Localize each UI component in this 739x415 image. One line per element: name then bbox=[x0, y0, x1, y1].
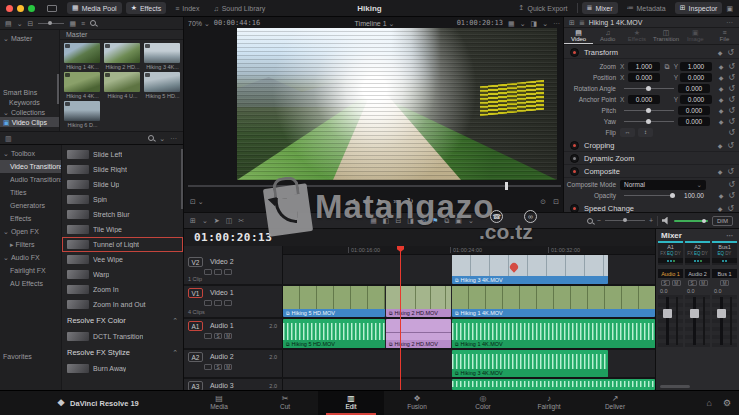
reset-icon[interactable]: ↺ bbox=[728, 84, 735, 93]
timeline-ruler[interactable]: 01:00:16:00 01:00:24:00 01:00:32:00 bbox=[283, 246, 655, 255]
page-color[interactable]: ◎Color bbox=[450, 391, 516, 415]
fader-bus1[interactable] bbox=[712, 295, 737, 347]
play-reverse-button[interactable]: ◀ bbox=[349, 197, 355, 206]
marker-icon[interactable]: ▣ bbox=[455, 217, 462, 224]
mute-track-button[interactable]: M bbox=[224, 364, 232, 370]
reset-icon[interactable]: ↺ bbox=[728, 95, 735, 104]
close-window-button[interactable] bbox=[6, 5, 13, 12]
fx-tree-au-effects[interactable]: AU Effects bbox=[0, 277, 61, 290]
reset-icon[interactable]: ↺ bbox=[728, 180, 735, 189]
quick-export-button[interactable]: ↥ Quick Export bbox=[514, 2, 573, 14]
monitor-volume-slider[interactable] bbox=[674, 220, 708, 222]
mixer-toggle[interactable]: ≣ Mixer bbox=[582, 2, 618, 14]
fx-tree-effects[interactable]: Effects bbox=[0, 212, 61, 225]
link-xy-icon[interactable]: ⧉ bbox=[662, 63, 672, 71]
page-fusion[interactable]: ❖Fusion bbox=[384, 391, 450, 415]
mute-button[interactable]: M bbox=[699, 280, 708, 286]
thumbnail-size-slider[interactable] bbox=[38, 23, 64, 24]
fader-handle[interactable] bbox=[663, 309, 672, 318]
tab-file[interactable]: ≡File bbox=[710, 28, 739, 44]
transition-item-selected[interactable]: Tunnel of Light bbox=[62, 237, 183, 252]
media-pool-toggle[interactable]: ▦ Media Pool bbox=[67, 2, 122, 14]
options-menu-icon[interactable]: ⋯ bbox=[170, 135, 178, 142]
clip-hiking5-audio[interactable]: ⧉Hiking 5 HD.MOV bbox=[283, 319, 385, 348]
clip-hiking3-video[interactable]: ⧉Hiking 3 4K.MOV bbox=[452, 255, 608, 284]
mute-button[interactable]: M bbox=[720, 280, 729, 286]
keyframe-icon[interactable]: ◆ bbox=[719, 192, 724, 199]
zoom-y-field[interactable]: 1.000 bbox=[680, 62, 712, 71]
auto-select-icon[interactable] bbox=[224, 300, 232, 306]
tree-scrollbar[interactable] bbox=[57, 74, 59, 104]
checkbox-icon[interactable]: ▣ bbox=[726, 5, 733, 12]
clip-hiking5-video[interactable]: ⧉Hiking 5 HD.MOV bbox=[283, 286, 385, 317]
cropping-section-header[interactable]: Cropping ◆ ↺ bbox=[564, 139, 739, 152]
anchor-y-field[interactable]: 0.000 bbox=[680, 95, 712, 104]
keyframe-icon[interactable]: ◆ bbox=[719, 107, 724, 114]
mixer-options-icon[interactable]: ⋯ bbox=[726, 232, 734, 239]
insert-clip-icon[interactable]: ▦ bbox=[370, 217, 377, 224]
page-fairlight[interactable]: ♪Fairlight bbox=[516, 391, 582, 415]
search-icon[interactable] bbox=[90, 20, 96, 26]
transition-item[interactable]: Zoom In bbox=[62, 282, 183, 297]
lock-track-icon[interactable] bbox=[204, 269, 212, 275]
media-clip[interactable]: Hiking 2 HD... bbox=[104, 43, 141, 70]
media-clip[interactable]: Hiking 6 D... bbox=[64, 101, 101, 128]
index-toggle[interactable]: ≡ Index bbox=[170, 3, 204, 14]
tab-audio[interactable]: ♫Audio bbox=[593, 28, 622, 44]
speed-change-section-header[interactable]: Speed Change ◆ ↺ bbox=[564, 202, 739, 215]
scrubber-handle[interactable] bbox=[505, 182, 508, 190]
clip-list-icon[interactable]: ≣ bbox=[579, 19, 585, 26]
viewer-options-icon[interactable]: ⋯ bbox=[553, 20, 561, 27]
flip-vertical-button[interactable]: ↕ bbox=[638, 128, 653, 137]
chevron-down-icon[interactable]: ⌄ bbox=[159, 135, 165, 142]
solo-track-button[interactable]: S bbox=[214, 364, 222, 370]
inspector-toggle[interactable]: ⊞ Inspector bbox=[675, 2, 723, 14]
clip-hiking2-video[interactable]: ⧉Hiking 2 HD.MOV bbox=[386, 286, 451, 317]
pan-control[interactable] bbox=[685, 258, 710, 263]
fx-tree-titles[interactable]: Titles bbox=[0, 186, 61, 199]
keyframe-icon[interactable]: ◆ bbox=[719, 63, 724, 70]
solo-button[interactable]: S bbox=[661, 280, 670, 286]
track-header-a1[interactable]: A1 Audio 1 2.0 SM bbox=[184, 319, 283, 348]
transition-item[interactable]: Spin bbox=[62, 192, 183, 207]
clip-hiking3-audio[interactable]: ⧉Hiking 3 4K.MOV bbox=[452, 350, 608, 377]
position-x-field[interactable]: 0.000 bbox=[628, 73, 660, 82]
dim-button[interactable]: DIM bbox=[712, 216, 733, 226]
reset-icon[interactable]: ↺ bbox=[728, 117, 735, 126]
timeline-view-options-icon[interactable]: ⊞ bbox=[190, 217, 196, 224]
resolve-fx-color-header[interactable]: Resolve FX Color ⌃ bbox=[62, 312, 183, 329]
transition-item[interactable]: Vee Wipe bbox=[62, 252, 183, 267]
yaw-slider[interactable] bbox=[624, 121, 674, 122]
fx-tree-filters[interactable]: ▸Filters bbox=[0, 238, 61, 251]
fx-tree-video-transitions[interactable]: Video Transitions bbox=[0, 160, 61, 173]
selection-tool-icon[interactable]: ➤ bbox=[214, 217, 220, 224]
media-clip[interactable]: Hiking 1 4K... bbox=[64, 43, 101, 70]
eq-badge[interactable]: EQ bbox=[694, 251, 701, 256]
reset-icon[interactable]: ↺ bbox=[728, 106, 735, 115]
overwrite-clip-icon[interactable]: ◧ bbox=[383, 217, 390, 224]
clip-grid-icon[interactable]: ⊞ bbox=[569, 19, 575, 26]
mute-button[interactable]: M bbox=[672, 280, 681, 286]
speed-change-enable-toggle[interactable] bbox=[570, 204, 579, 213]
pan-control[interactable] bbox=[658, 258, 683, 263]
speaker-icon[interactable] bbox=[662, 217, 670, 225]
track-header-a3[interactable]: A3 Audio 3 2.0 bbox=[184, 379, 283, 390]
page-cut[interactable]: ✂Cut bbox=[252, 391, 318, 415]
rotation-field[interactable]: 0.000 bbox=[678, 84, 710, 93]
jump-start-button[interactable]: « bbox=[336, 197, 340, 206]
transition-item[interactable]: Slide Left bbox=[62, 147, 183, 162]
reset-icon[interactable]: ↺ bbox=[727, 204, 734, 213]
project-settings-gear-icon[interactable]: ⚙ bbox=[723, 398, 731, 408]
gang-viewers-icon[interactable]: ▦ bbox=[508, 20, 515, 27]
viewer-zoom-select[interactable]: 70% ⌄ bbox=[188, 20, 210, 27]
transform-section-header[interactable]: Transform ◆ ↺ bbox=[564, 46, 739, 59]
keyframe-icon[interactable]: ◆ bbox=[718, 168, 723, 175]
fx-badge[interactable]: FX bbox=[687, 251, 693, 256]
media-clip[interactable]: Hiking 5 HD... bbox=[144, 72, 181, 99]
transition-item[interactable]: Burn Away bbox=[62, 361, 183, 376]
transition-item[interactable]: DCTL Transition bbox=[62, 329, 183, 344]
smart-bin-keywords[interactable]: Keywords bbox=[0, 97, 59, 107]
keyframe-icon[interactable]: ◆ bbox=[719, 85, 724, 92]
project-manager-icon[interactable]: ⌂ bbox=[706, 398, 711, 408]
lane-a2[interactable]: ⧉Hiking 3 4K.MOV bbox=[283, 350, 655, 377]
